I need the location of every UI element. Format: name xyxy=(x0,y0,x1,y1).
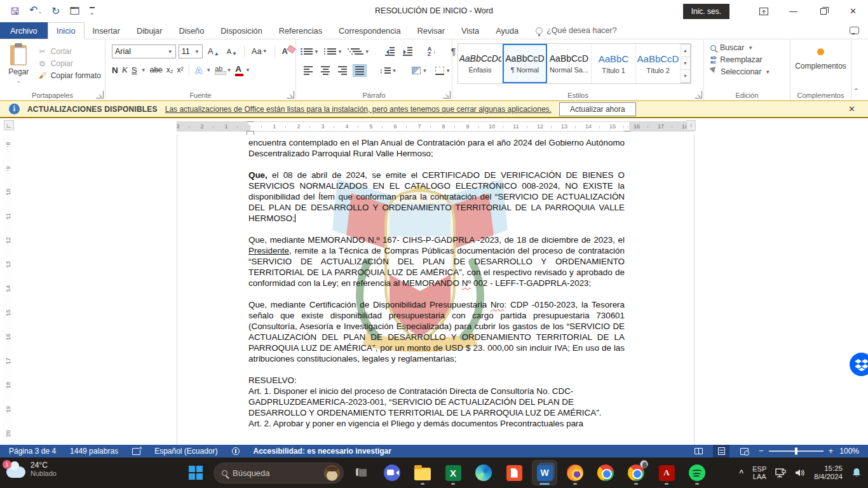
proofing-errors-icon[interactable] xyxy=(132,448,140,455)
feedback-button[interactable] xyxy=(850,22,859,39)
style-enfasis[interactable]: AaBbCcDcÉnfasis xyxy=(458,44,503,83)
firefox-button[interactable] xyxy=(562,460,588,485)
chevron-down-icon[interactable]: ▼ xyxy=(194,49,200,55)
style-titulo-1[interactable]: AaBbCTítulo 1 xyxy=(592,44,636,83)
collapse-ribbon-icon[interactable]: ⌃ xyxy=(853,87,859,95)
style-titulo-2[interactable]: AaBbCcDTítulo 2 xyxy=(636,44,681,83)
justify-button[interactable] xyxy=(353,64,367,76)
ribbon-display-options-button[interactable] xyxy=(749,1,778,22)
network-icon[interactable] xyxy=(775,468,786,478)
text-effects-button[interactable]: A xyxy=(195,65,202,76)
tab-inicio[interactable]: Inicio xyxy=(48,22,85,39)
paragraph[interactable]: encuentra contemplado en el Plan Anual d… xyxy=(248,137,625,159)
cut-button[interactable]: ✂Cortar xyxy=(37,47,101,56)
tab-diseno[interactable]: Diseño xyxy=(170,22,212,39)
document-page[interactable]: encuentra contemplado en el Plan Anual d… xyxy=(177,135,695,445)
undo-icon[interactable]: ↶⌄ xyxy=(29,4,42,18)
excel-button[interactable]: X xyxy=(440,460,466,485)
align-center-button[interactable] xyxy=(318,64,332,76)
chrome-button[interactable] xyxy=(593,460,618,485)
clock[interactable]: 15:258/4/2024 xyxy=(814,464,843,481)
accessibility-status[interactable]: Accesibilidad: es necesario investigar xyxy=(254,447,391,456)
paragraph[interactable]: Que, el 08 de abril de 2024, se emite el… xyxy=(248,170,625,224)
start-button[interactable] xyxy=(183,460,208,485)
superscript-button[interactable]: x² xyxy=(177,65,183,74)
style-normal-sangria[interactable]: AaBbCcDNormal Sa... xyxy=(547,44,592,83)
read-mode-button[interactable] xyxy=(690,445,707,458)
styles-scroll-up-button[interactable]: ▲ xyxy=(681,44,690,57)
update-now-button[interactable]: Actualizar ahora xyxy=(559,102,636,116)
redo-icon[interactable]: ↻ xyxy=(51,6,60,17)
notification-close-icon[interactable]: ✕ xyxy=(844,104,859,114)
paragraph[interactable]: Que, mediante MEMORANDO N.º 167- CIHS-P-… xyxy=(248,234,625,288)
clear-formatting-button[interactable]: A xyxy=(280,45,290,58)
line-spacing-button[interactable]: ↕▼ xyxy=(377,65,399,76)
font-color-dropdown-icon[interactable]: ▼ xyxy=(245,67,250,73)
dialog-launcher-fuente[interactable] xyxy=(287,91,294,98)
find-button[interactable]: Buscar▼ xyxy=(710,43,786,52)
print-preview-icon[interactable]: 🗔 xyxy=(70,6,80,17)
bullets-button[interactable]: ▼ xyxy=(301,46,322,57)
increase-indent-button[interactable] xyxy=(400,45,415,57)
change-case-button[interactable]: Aa▼ xyxy=(249,45,270,58)
tab-disposicion[interactable]: Disposición xyxy=(212,22,270,39)
nitro-pdf-button[interactable] xyxy=(501,460,527,485)
format-painter-button[interactable]: 🖌Copiar formato xyxy=(37,71,101,80)
font-family-combobox[interactable]: Arial▼ xyxy=(112,44,176,58)
edge-button[interactable] xyxy=(471,460,496,485)
spotify-button[interactable] xyxy=(684,460,710,485)
decrease-indent-button[interactable] xyxy=(383,45,397,57)
addins-button[interactable]: Complementos xyxy=(795,62,846,71)
shrink-font-button[interactable]: A▼ xyxy=(224,45,240,58)
tell-me-box[interactable]: ¿Qué desea hacer? xyxy=(536,22,617,39)
tab-dibujar[interactable]: Dibujar xyxy=(128,22,171,39)
minimize-button[interactable]: — xyxy=(778,1,808,22)
copy-button[interactable]: ⧉Copiar xyxy=(37,59,101,68)
paragraph[interactable]: Art. 2. Aprobar y poner en vigencia el P… xyxy=(248,418,625,429)
web-layout-button[interactable] xyxy=(736,445,752,458)
dialog-launcher-parrafo[interactable] xyxy=(443,91,451,98)
customize-qat-icon[interactable]: ⌄ xyxy=(90,7,95,16)
close-button[interactable]: ✕ xyxy=(838,1,868,22)
text-effects-dropdown-icon[interactable]: ▼ xyxy=(206,67,211,73)
tab-insertar[interactable]: Insertar xyxy=(85,22,128,39)
taskbar-search-box[interactable]: Búsqueda xyxy=(214,463,344,484)
tab-revisar[interactable]: Revisar xyxy=(409,22,453,39)
paragraph[interactable]: Que, mediante Certificación de Disponibi… xyxy=(248,299,625,364)
language-switcher[interactable]: ESPLAA xyxy=(752,465,766,480)
align-right-button[interactable] xyxy=(336,64,349,76)
replace-button[interactable]: abacReemplazar xyxy=(710,55,786,64)
tab-stop-selector[interactable]: ∟ xyxy=(4,120,14,130)
horizontal-ruler[interactable]: 321123456789101112131415161718 xyxy=(177,121,695,132)
hidden-icons-chevron[interactable]: ^ xyxy=(739,468,743,477)
borders-button[interactable]: ▼ xyxy=(433,65,453,77)
zoom-level[interactable]: 100% xyxy=(839,447,859,456)
notification-link[interactable]: Las actualizaciones de Office están list… xyxy=(165,105,552,114)
underline-dropdown-icon[interactable]: ▼ xyxy=(141,67,146,73)
tab-correspondencia[interactable]: Correspondencia xyxy=(330,22,409,39)
document-text[interactable]: encuentra contemplado en el Plan Anual d… xyxy=(248,137,625,429)
sort-button[interactable]: AZ↓ xyxy=(425,44,438,58)
paragraph[interactable]: Art. 1. Disponer el inicio del proceso d… xyxy=(248,386,625,418)
word-button[interactable]: W xyxy=(532,460,557,485)
style-normal[interactable]: AaBbCcD¶ Normal xyxy=(503,44,547,83)
dropbox-icon[interactable] xyxy=(850,353,868,376)
subscript-button[interactable]: x₂ xyxy=(166,65,173,74)
print-layout-button[interactable] xyxy=(713,445,729,458)
grow-font-button[interactable]: A▲ xyxy=(205,45,222,58)
styles-more-button[interactable]: ▼ xyxy=(681,70,690,83)
italic-button[interactable]: K xyxy=(122,65,128,75)
align-left-button[interactable] xyxy=(301,64,315,76)
chat-button[interactable] xyxy=(379,460,405,485)
font-color-button[interactable]: A xyxy=(235,64,241,76)
zoom-in-button[interactable]: + xyxy=(829,447,834,455)
zoom-slider[interactable] xyxy=(769,451,824,452)
select-button[interactable]: Seleccionar▼ xyxy=(710,67,786,76)
numbering-button[interactable]: ▼ xyxy=(325,46,345,57)
paste-dropdown-icon[interactable]: ⌄ xyxy=(17,78,21,84)
chevron-down-icon[interactable]: ▼ xyxy=(168,49,173,55)
font-size-combobox[interactable]: 11▼ xyxy=(179,44,203,58)
sign-in-button[interactable]: Inic. ses. xyxy=(683,4,729,19)
bold-button[interactable]: N xyxy=(112,65,118,75)
highlight-dropdown-icon[interactable]: ▼ xyxy=(226,67,231,73)
